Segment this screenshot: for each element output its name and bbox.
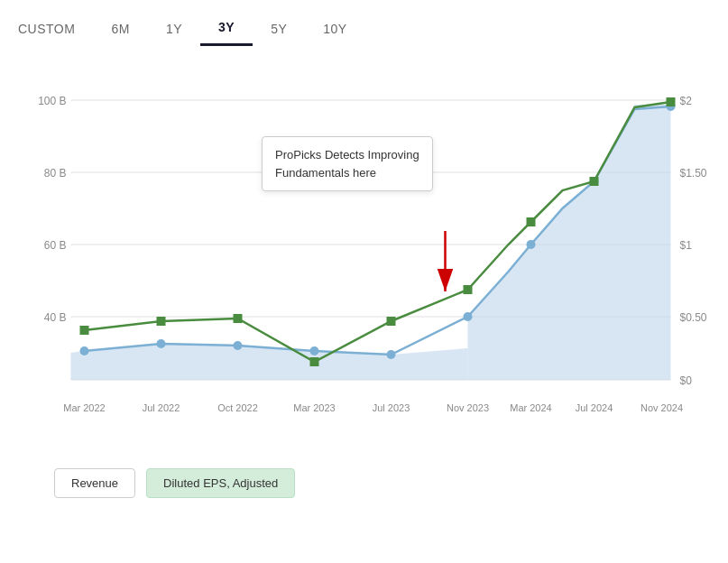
svg-text:$1: $1 xyxy=(680,239,693,252)
svg-text:100 B: 100 B xyxy=(38,95,66,107)
eps-dot xyxy=(527,217,536,226)
eps-dot xyxy=(157,317,166,326)
tab-custom[interactable]: CUSTOM xyxy=(18,13,93,45)
svg-text:60 B: 60 B xyxy=(44,239,67,252)
tab-3y[interactable]: 3Y xyxy=(200,11,253,46)
eps-dot xyxy=(667,97,676,106)
svg-text:Nov 2023: Nov 2023 xyxy=(447,402,489,413)
svg-text:40 B: 40 B xyxy=(44,311,67,324)
eps-dot xyxy=(590,177,599,186)
tab-1y[interactable]: 1Y xyxy=(148,13,200,45)
revenue-dot xyxy=(527,240,536,249)
main-container: CUSTOM 6M 1Y 3Y 5Y 10Y 100 B 80 B 60 B 4… xyxy=(0,0,728,563)
svg-text:$1.50: $1.50 xyxy=(680,167,707,180)
svg-text:80 B: 80 B xyxy=(44,167,67,180)
revenue-dot xyxy=(234,341,243,350)
svg-text:Jul 2023: Jul 2023 xyxy=(373,402,410,413)
svg-text:Jul 2022: Jul 2022 xyxy=(143,402,180,413)
chart-area: 100 B 80 B 60 B 40 B $2 $1.50 $1 $0.50 $… xyxy=(18,55,710,452)
svg-text:Oct 2022: Oct 2022 xyxy=(217,402,258,413)
revenue-dot xyxy=(387,350,396,359)
tab-6m[interactable]: 6M xyxy=(93,13,147,45)
eps-dot xyxy=(387,317,396,326)
svg-text:Mar 2022: Mar 2022 xyxy=(63,402,105,413)
svg-text:$0: $0 xyxy=(680,374,693,387)
svg-text:$0.50: $0.50 xyxy=(680,311,707,324)
tab-5y[interactable]: 5Y xyxy=(253,13,305,45)
svg-text:Mar 2023: Mar 2023 xyxy=(293,402,335,413)
revenue-dot xyxy=(157,339,166,348)
legend: Revenue Diluted EPS, Adjusted xyxy=(0,461,728,507)
eps-dot xyxy=(234,314,243,323)
revenue-dot xyxy=(464,312,473,321)
svg-text:Jul 2024: Jul 2024 xyxy=(576,402,613,413)
revenue-area xyxy=(468,105,671,380)
legend-eps-button[interactable]: Diluted EPS, Adjusted xyxy=(146,468,295,498)
eps-dot xyxy=(80,326,89,335)
chart-svg: 100 B 80 B 60 B 40 B $2 $1.50 $1 $0.50 $… xyxy=(18,55,710,452)
svg-text:Mar 2024: Mar 2024 xyxy=(510,402,551,413)
revenue-dot xyxy=(80,346,89,355)
eps-dot xyxy=(310,357,319,366)
revenue-dot xyxy=(310,346,319,355)
svg-text:Nov 2024: Nov 2024 xyxy=(640,402,683,413)
legend-revenue-button[interactable]: Revenue xyxy=(54,468,135,498)
svg-text:$2: $2 xyxy=(680,95,693,107)
eps-dot xyxy=(464,285,473,294)
time-tabs: CUSTOM 6M 1Y 3Y 5Y 10Y xyxy=(0,0,728,46)
revenue-area-flat xyxy=(71,344,468,380)
tab-10y[interactable]: 10Y xyxy=(305,13,364,45)
